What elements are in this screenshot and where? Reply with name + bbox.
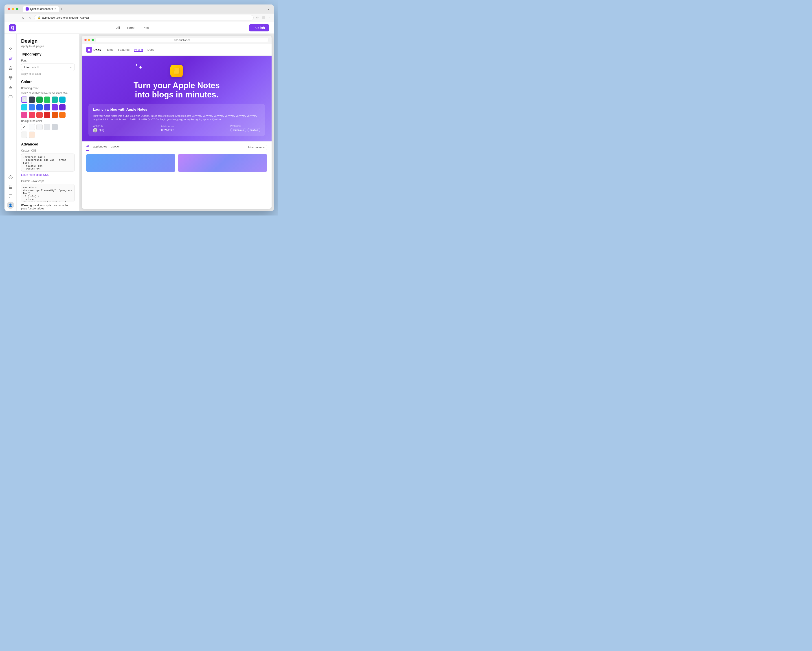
- tab-quotion[interactable]: quotion: [111, 145, 121, 150]
- warning-bold: Warning:: [21, 204, 33, 207]
- address-bar[interactable]: 🔒 app.quotion.co/site/qing/design?tab=al…: [34, 15, 253, 20]
- publish-button[interactable]: Publish: [249, 24, 269, 31]
- tag-applenotes[interactable]: applenotes: [230, 128, 246, 132]
- color-swatch-teal[interactable]: [52, 96, 58, 103]
- preview-close-dot: [84, 39, 87, 41]
- preview-content[interactable]: Peak Home Features Pricing Docs: [82, 44, 272, 209]
- icon-sidebar: ←: [5, 34, 17, 211]
- typography-section-title: Typography: [21, 52, 75, 57]
- bg-swatch-gray2[interactable]: [37, 124, 43, 130]
- bg-selected-check-icon: ✓: [23, 125, 26, 129]
- sidebar-discord-icon[interactable]: [6, 192, 15, 200]
- user-avatar[interactable]: 👤: [7, 202, 14, 209]
- color-swatch-red[interactable]: [37, 112, 43, 118]
- bg-swatch-gray4[interactable]: [52, 124, 58, 130]
- color-swatch-pink[interactable]: [21, 112, 27, 118]
- browser-toolbar-icons: ☆ ⬜ ⋮: [255, 16, 271, 20]
- sidebar-settings-icon[interactable]: [6, 173, 15, 181]
- bg-swatch-peach[interactable]: [29, 131, 35, 138]
- panel-subtitle: Apply to all pages: [21, 44, 75, 48]
- color-swatch-dark[interactable]: [29, 96, 35, 103]
- bg-swatch-stone[interactable]: [21, 131, 27, 138]
- bg-swatch-white[interactable]: ✓: [21, 124, 27, 130]
- sidebar-home-icon[interactable]: [6, 45, 15, 53]
- sidebar-book-icon[interactable]: [6, 183, 15, 191]
- sidebar-globe-icon[interactable]: [6, 64, 15, 72]
- custom-js-textarea[interactable]: var elm = document.getElementById('progr…: [21, 184, 75, 202]
- font-apply-label: Apply to all texts: [21, 72, 75, 75]
- nav-item-home[interactable]: Home: [124, 25, 139, 31]
- home-nav-button[interactable]: ⌂: [27, 15, 32, 20]
- color-swatch-rose[interactable]: [29, 112, 35, 118]
- color-swatch-blue-light[interactable]: [29, 104, 35, 110]
- color-swatch-orange[interactable]: [52, 112, 58, 118]
- color-swatch-blue[interactable]: [37, 104, 43, 110]
- color-swatch-indigo[interactable]: [44, 104, 50, 110]
- sort-dropdown[interactable]: Most recent ▾: [246, 145, 267, 150]
- site-nav-features[interactable]: Features: [118, 48, 130, 52]
- site-nav-docs[interactable]: Docs: [148, 48, 154, 52]
- site-nav: Peak Home Features Pricing Docs: [82, 44, 272, 56]
- nav-item-post[interactable]: Post: [139, 25, 152, 31]
- css-learn-more-link[interactable]: Learn more about CSS: [21, 173, 75, 176]
- forward-nav-button[interactable]: →: [14, 15, 19, 20]
- close-button[interactable]: [8, 8, 10, 10]
- meta-published-block: Published on 12/21/2023: [161, 125, 174, 132]
- post-under-block: Post under applenotes quoition: [230, 125, 260, 132]
- hero-post-meta: Written by Qing Published: [93, 125, 260, 133]
- sidebar-back-icon[interactable]: ←: [6, 36, 15, 44]
- browser-toolbar: ← → ↻ ⌂ 🔒 app.quotion.co/site/qing/desig…: [5, 14, 274, 22]
- new-tab-button[interactable]: +: [60, 7, 64, 11]
- color-swatch-cyan-light[interactable]: [21, 104, 27, 110]
- panel-title: Design: [21, 38, 75, 44]
- preview-browser-bar: qing.quotion.co: [82, 36, 272, 44]
- star-icon[interactable]: ☆: [255, 16, 259, 20]
- color-swatch-white[interactable]: ✓: [21, 96, 27, 103]
- color-swatch-violet[interactable]: [52, 104, 58, 110]
- url-text: app.quotion.co/site/qing/design?tab=all: [42, 16, 89, 19]
- tab-applenotes[interactable]: applenotes: [93, 145, 107, 150]
- tag-quotion[interactable]: quoition: [247, 128, 260, 132]
- browser-menu-icon[interactable]: ⋮: [267, 16, 271, 20]
- sidebar-chart-icon[interactable]: [6, 83, 15, 91]
- notes-app-icon: 📒: [170, 65, 183, 77]
- sidebar-palette-icon[interactable]: [6, 73, 15, 82]
- reload-button[interactable]: ↻: [21, 15, 26, 20]
- color-swatch-green-dark[interactable]: [37, 96, 43, 103]
- site-logo: Peak: [86, 47, 101, 53]
- tab-favicon: [26, 8, 29, 11]
- browser-window: Quotion dashboard ✕ + ⌄ ← → ↻ ⌂ 🔒 app.qu…: [5, 5, 274, 211]
- tab-close-icon[interactable]: ✕: [54, 8, 56, 10]
- color-swatch-purple-dark[interactable]: [59, 104, 66, 110]
- color-swatch-orange-light[interactable]: [59, 112, 66, 118]
- bg-swatch-gray1[interactable]: [29, 124, 35, 130]
- fullscreen-button[interactable]: [16, 8, 18, 10]
- tab-bar: Quotion dashboard ✕ +: [23, 6, 264, 12]
- color-swatch-green[interactable]: [44, 96, 50, 103]
- extensions-icon[interactable]: ⬜: [261, 16, 265, 20]
- color-swatch-red-dark[interactable]: [44, 112, 50, 118]
- site-logo-icon: [86, 47, 92, 53]
- font-select-dropdown[interactable]: Inter default ▾: [21, 64, 75, 71]
- tab-all[interactable]: All: [86, 145, 89, 151]
- branding-color-desc: Apply to primary texts, hover state, etc…: [21, 91, 75, 94]
- post-thumbnail-2[interactable]: [178, 154, 267, 172]
- site-nav-pricing[interactable]: Pricing: [134, 48, 143, 51]
- bg-swatch-gray3[interactable]: [44, 124, 50, 130]
- colors-section: Colors Branding color Apply to primary t…: [21, 80, 75, 138]
- browser-tab-active[interactable]: Quotion dashboard ✕: [23, 6, 59, 12]
- site-nav-home[interactable]: Home: [106, 48, 114, 52]
- nav-item-all[interactable]: All: [113, 25, 123, 31]
- sidebar-rocket-icon[interactable]: [6, 55, 15, 63]
- sidebar-cards-icon[interactable]: [6, 92, 15, 101]
- colors-section-title: Colors: [21, 80, 75, 84]
- back-nav-button[interactable]: ←: [7, 15, 12, 20]
- custom-css-textarea[interactable]: .progress-bar { background: rgb(var(--br…: [21, 154, 75, 171]
- post-thumbnail-1[interactable]: [86, 154, 175, 172]
- hero-post-card-header: Launch a blog with Apple Notes →: [93, 107, 260, 112]
- color-swatch-cyan[interactable]: [59, 96, 66, 103]
- site-logo-text: Peak: [93, 48, 101, 52]
- tab-title: Quotion dashboard: [30, 8, 53, 11]
- design-panel: Design Apply to all pages Typography Fon…: [17, 34, 79, 211]
- minimize-button[interactable]: [12, 8, 14, 10]
